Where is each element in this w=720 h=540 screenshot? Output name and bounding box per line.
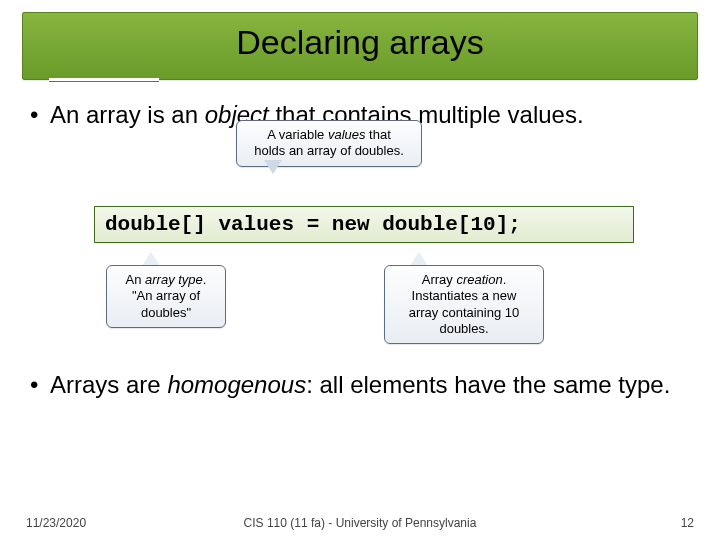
callout-variable-line1-em: values: [328, 127, 366, 142]
callout-creation-line1-post: .: [503, 272, 507, 287]
callout-creation-line1-em: creation: [456, 272, 502, 287]
callout-type-line1-pre: An: [126, 272, 146, 287]
slide-footer: 11/23/2020 CIS 110 (11 fa) - University …: [0, 516, 720, 530]
code-box: double[] values = new double[10];: [94, 206, 634, 243]
title-bar: Declaring arrays: [22, 12, 698, 80]
callout-variable-line1-pre: A variable: [267, 127, 328, 142]
bullet-2-post: : all elements have the same type.: [306, 371, 670, 398]
bullet-2-em: homogenous: [167, 371, 306, 398]
callout-creation-line2: Instantiates a new: [412, 288, 517, 303]
callout-array-creation: Array creation. Instantiates a new array…: [384, 265, 544, 344]
callout-type-line3: doubles": [141, 305, 191, 320]
code-diagram: A variable values that holds an array of…: [28, 140, 692, 370]
callout-variable-line1-post: that: [365, 127, 390, 142]
bullet-1-pre: An array is an: [50, 101, 205, 128]
callout-type-line1-em: array type: [145, 272, 203, 287]
bullet-2: Arrays are homogenous: all elements have…: [28, 370, 692, 400]
bullet-2-pre: Arrays are: [50, 371, 167, 398]
slide-title: Declaring arrays: [23, 23, 697, 62]
callout-variable-pointer: [264, 160, 282, 174]
code-text: double[] values = new double[10];: [105, 213, 521, 236]
callout-type-line1-post: .: [203, 272, 207, 287]
callout-variable-line2: holds an array of doubles.: [254, 143, 404, 158]
callout-creation-line4: doubles.: [439, 321, 488, 336]
callout-creation-line1-pre: Array: [422, 272, 457, 287]
callout-type-pointer: [142, 252, 160, 266]
callout-creation-pointer: [410, 252, 428, 266]
callout-creation-line3: array containing 10: [409, 305, 520, 320]
title-underline: [49, 78, 159, 82]
slide-content: An array is an object that contains mult…: [0, 80, 720, 400]
callout-array-type: An array type. "An array of doubles": [106, 265, 226, 328]
callout-type-line2: "An array of: [132, 288, 200, 303]
footer-center: CIS 110 (11 fa) - University of Pennsylv…: [0, 516, 720, 530]
